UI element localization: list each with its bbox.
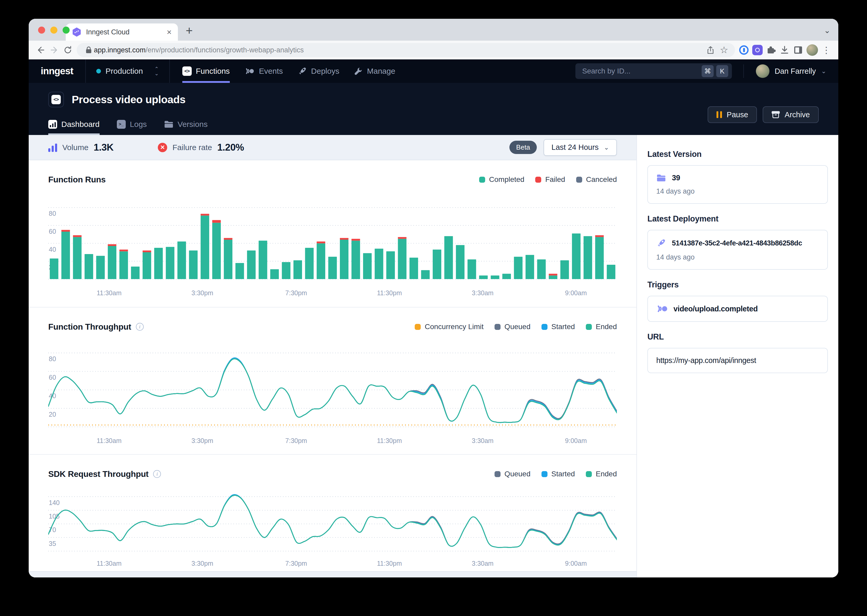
svg-text:3:30pm: 3:30pm <box>191 289 213 297</box>
nav-item-manage[interactable]: Manage <box>354 60 395 83</box>
downloads-icon[interactable] <box>779 44 791 56</box>
reload-icon[interactable] <box>61 43 75 57</box>
legend-swatch <box>541 324 547 330</box>
svg-text:7:30pm: 7:30pm <box>285 289 307 297</box>
svg-text:7:30pm: 7:30pm <box>285 437 307 444</box>
sidebar-panel-icon[interactable] <box>792 44 804 56</box>
nav-item-deploys[interactable]: Deploys <box>298 60 339 83</box>
pause-button[interactable]: Pause <box>708 106 757 123</box>
share-icon[interactable] <box>704 43 717 57</box>
browser-tab[interactable]: Inngest Cloud × <box>66 24 178 41</box>
legend-item: Completed <box>479 175 524 184</box>
browser-menu-kebab-icon[interactable]: ⋮ <box>820 44 832 56</box>
legend-swatch <box>479 177 485 183</box>
puzzle-extensions-icon[interactable] <box>765 44 777 56</box>
svg-text:11:30pm: 11:30pm <box>377 289 402 297</box>
nav-item-events[interactable]: Events <box>244 60 283 83</box>
minimize-window-button[interactable] <box>50 27 57 34</box>
latest-deployment-card[interactable]: 5141387e-35c2-4efe-a421-4843b86258dc 14 … <box>647 230 828 270</box>
url-host: app.inngest.com <box>94 46 145 54</box>
url-card[interactable]: https://my-app.com/api/inngest <box>647 348 828 373</box>
function-throughput-panel: Function Throughput i Concurrency Limit … <box>29 308 637 455</box>
volume-bars-icon <box>48 143 57 152</box>
legend-item: Concurrency Limit <box>415 322 484 331</box>
svg-text:9:00am: 9:00am <box>565 289 586 297</box>
chart-title: Function Runs <box>48 175 106 184</box>
logs-icon: >_ <box>117 120 126 129</box>
main-column: Volume 1.3K ✕ Failure rate 1.20% Beta La… <box>29 135 637 577</box>
versions-folder-icon <box>164 120 173 128</box>
svg-text:11:30am: 11:30am <box>97 289 121 297</box>
svg-text:3:30pm: 3:30pm <box>191 560 213 567</box>
wrench-icon <box>354 67 363 75</box>
url-heading: URL <box>647 332 828 342</box>
tab-close-icon[interactable]: × <box>167 28 172 36</box>
svg-text:40: 40 <box>49 246 56 253</box>
inngest-logo[interactable]: inngest <box>29 60 85 83</box>
forward-icon[interactable] <box>47 43 61 57</box>
svg-text:11:30pm: 11:30pm <box>377 437 402 444</box>
archive-button[interactable]: Archive <box>763 106 819 123</box>
trigger-card[interactable]: video/upload.completed <box>647 296 828 322</box>
legend-swatch <box>495 471 501 477</box>
legend-item: Queued <box>495 470 531 478</box>
function-runs-legend: Completed Failed Canceled <box>479 175 617 184</box>
svg-text:9:00am: 9:00am <box>565 437 586 444</box>
url-path: /env/production/functions/growth-webapp-… <box>145 46 304 54</box>
nav-right: Search by ID... ⌘ K Dan Farrelly ⌄ <box>575 60 838 83</box>
svg-text:140: 140 <box>49 499 60 506</box>
browser-profile-avatar[interactable] <box>807 44 818 56</box>
latest-version-heading: Latest Version <box>647 149 828 159</box>
tab-search-chevron-icon[interactable]: ⌄ <box>824 26 831 35</box>
svg-text:11:30am: 11:30am <box>97 560 121 567</box>
chart-title: SDK Request Throughput <box>48 469 148 479</box>
archive-icon <box>772 111 780 119</box>
legend-item: Ended <box>586 322 617 331</box>
content: Volume 1.3K ✕ Failure rate 1.20% Beta La… <box>29 135 838 577</box>
details-sidebar: Latest Version 39 14 days ago Latest Dep… <box>637 135 838 577</box>
user-menu[interactable]: Dan Farrelly ⌄ <box>743 64 838 78</box>
folder-icon <box>656 174 666 182</box>
user-avatar <box>756 64 769 78</box>
legend-swatch <box>541 471 547 477</box>
svg-text:7:30pm: 7:30pm <box>285 560 307 567</box>
new-tab-button[interactable]: + <box>186 25 193 36</box>
lock-icon <box>84 43 94 57</box>
tab-logs[interactable]: >_ Logs <box>117 120 147 135</box>
purple-extension-icon[interactable] <box>752 44 763 56</box>
search-input[interactable]: Search by ID... ⌘ K <box>575 63 732 79</box>
close-window-button[interactable] <box>38 27 45 34</box>
back-icon[interactable] <box>34 43 47 57</box>
function-icon: <> <box>48 92 64 107</box>
function-header: <> Process video uploads Dashboard >_ Lo… <box>29 83 838 135</box>
kbd-cmd: ⌘ <box>701 65 714 77</box>
maximize-window-button[interactable] <box>63 27 69 34</box>
nav-item-functions[interactable]: <> Functions <box>182 60 230 83</box>
svg-text:60: 60 <box>49 228 56 235</box>
legend-swatch <box>586 471 592 477</box>
tab-dashboard[interactable]: Dashboard <box>48 120 99 135</box>
beta-badge: Beta <box>509 141 537 154</box>
info-icon[interactable]: i <box>153 470 161 478</box>
svg-text:80: 80 <box>49 210 56 217</box>
header-actions: Pause Archive <box>708 106 819 123</box>
pause-icon <box>717 111 722 118</box>
env-updown-chevrons-icon: ⌃⌄ <box>154 67 159 75</box>
info-icon[interactable]: i <box>136 323 144 331</box>
user-name: Dan Farrelly <box>775 67 816 75</box>
onepassword-extension-icon[interactable] <box>738 44 750 56</box>
legend-item: Started <box>541 322 575 331</box>
window-controls <box>38 27 69 34</box>
legend-item: Ended <box>586 470 617 478</box>
app-navbar: inngest Production ⌃⌄ <> Functions Event… <box>29 60 838 83</box>
tab-versions[interactable]: Versions <box>164 120 208 135</box>
environment-selector[interactable]: Production ⌃⌄ <box>86 60 169 83</box>
volume-stat: Volume 1.3K <box>48 142 113 153</box>
legend-swatch <box>576 177 582 183</box>
legend-item: Started <box>541 470 575 478</box>
time-range-select[interactable]: Last 24 Hours ⌄ <box>544 139 617 156</box>
legend-swatch <box>535 177 541 183</box>
bookmark-star-icon[interactable]: ☆ <box>717 43 731 57</box>
svg-text:105: 105 <box>49 512 60 520</box>
url-bar[interactable]: app.inngest.com/env/production/functions… <box>77 43 735 57</box>
